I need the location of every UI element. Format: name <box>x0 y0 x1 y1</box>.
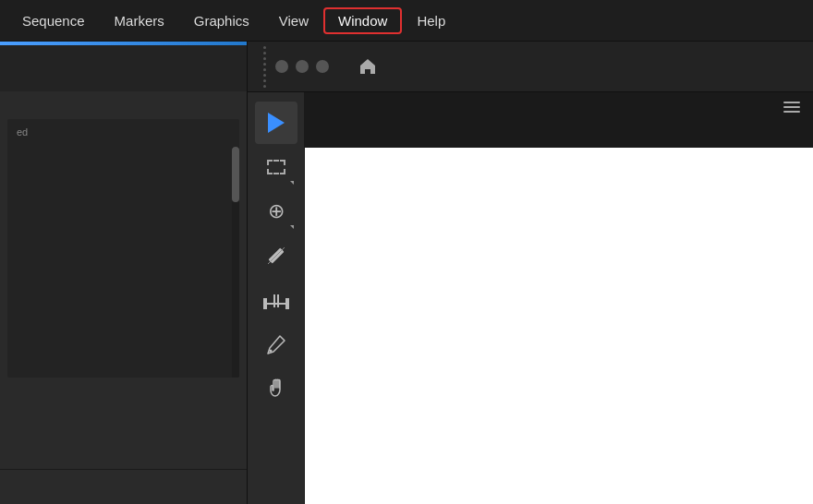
select-icon <box>268 113 285 133</box>
hand-tool-button[interactable] <box>255 367 297 410</box>
scrollbar-track[interactable] <box>232 147 239 378</box>
trim-tool-button[interactable] <box>255 279 297 321</box>
menu-sequence[interactable]: Sequence <box>7 7 100 34</box>
svg-rect-2 <box>263 298 267 309</box>
content-box: ed <box>7 119 239 378</box>
grip-dot <box>263 68 266 71</box>
marquee-box-icon <box>267 160 285 174</box>
select-tool-button[interactable] <box>255 102 297 144</box>
hamburger-line <box>783 106 800 108</box>
grip-dot <box>263 57 266 60</box>
hamburger-line <box>783 111 800 113</box>
window-controls-bar <box>248 42 813 92</box>
pen-icon <box>266 334 286 354</box>
vertical-toolbar: ⊕ <box>248 92 305 504</box>
window-btn-minimize[interactable] <box>296 60 309 73</box>
hamburger-line <box>783 102 800 103</box>
home-button[interactable] <box>353 52 382 81</box>
trim-icon <box>263 291 289 309</box>
canvas-area: ⊕ <box>248 92 813 504</box>
grip-dot <box>263 46 266 49</box>
left-panel-bottom <box>0 469 247 504</box>
svg-point-7 <box>269 350 272 353</box>
main-area: ed <box>0 42 813 504</box>
marquee-icon <box>267 160 285 174</box>
hand-icon <box>266 378 286 399</box>
scrollbar-thumb[interactable] <box>232 147 239 202</box>
menu-graphics[interactable]: Graphics <box>179 7 264 34</box>
grip-dot <box>263 63 266 66</box>
canvas-menu-button[interactable] <box>783 102 800 113</box>
content-label: ed <box>7 119 239 145</box>
menu-bar: Sequence Markers Graphics View Window He… <box>0 0 813 42</box>
pen-tool-button[interactable] <box>255 323 297 366</box>
ripple-icon: ⊕ <box>268 201 285 222</box>
svg-line-1 <box>268 247 285 264</box>
tool-submenu-arrow <box>290 181 294 185</box>
canvas-viewport <box>305 92 813 504</box>
menu-view[interactable]: View <box>264 7 323 34</box>
grip-dot <box>263 74 266 77</box>
ripple-tool-button[interactable]: ⊕ <box>255 190 297 233</box>
razor-tool-button[interactable] <box>255 234 297 277</box>
canvas-content-area <box>305 148 813 504</box>
right-panel: ⊕ <box>248 42 813 504</box>
left-panel-header <box>0 45 247 91</box>
razor-icon <box>265 245 287 267</box>
menu-markers[interactable]: Markers <box>100 7 179 34</box>
grip-handle <box>261 42 268 91</box>
svg-rect-3 <box>285 298 289 309</box>
menu-window[interactable]: Window <box>323 7 402 34</box>
menu-help[interactable]: Help <box>402 7 460 34</box>
track-select-tool-button[interactable] <box>255 146 297 188</box>
grip-dot <box>263 79 266 82</box>
left-panel-body: ed <box>0 91 247 504</box>
left-panel: ed <box>0 42 248 504</box>
tool-submenu-arrow <box>290 225 294 229</box>
window-btn-maximize[interactable] <box>316 60 329 73</box>
grip-dot <box>263 85 266 88</box>
grip-dot <box>263 52 266 54</box>
window-btn-close[interactable] <box>275 60 288 73</box>
